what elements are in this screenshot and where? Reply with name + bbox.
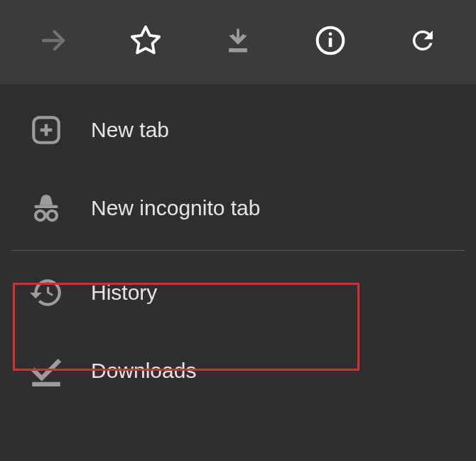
svg-rect-3: [237, 29, 239, 41]
svg-rect-6: [229, 48, 247, 53]
download-button[interactable]: [221, 25, 255, 59]
downloads-check-icon: [28, 353, 64, 389]
star-icon: [129, 24, 162, 60]
toolbar: [0, 0, 476, 84]
svg-point-9: [329, 32, 332, 36]
info-button[interactable]: [313, 25, 347, 59]
forward-arrow-icon: [38, 26, 68, 58]
reload-icon: [408, 26, 438, 58]
menu-item-history[interactable]: History: [0, 254, 476, 332]
download-icon: [222, 25, 254, 59]
svg-rect-13: [34, 205, 58, 208]
forward-button[interactable]: [36, 25, 70, 59]
menu-label-new-incognito-tab: New incognito tab: [91, 196, 260, 220]
menu-list: New tab New incognito tab History: [0, 84, 476, 410]
menu-item-downloads[interactable]: Downloads: [0, 332, 476, 410]
menu-item-new-incognito-tab[interactable]: New incognito tab: [0, 169, 476, 247]
svg-point-14: [36, 211, 45, 220]
bookmark-button[interactable]: [129, 25, 163, 59]
new-tab-icon: [28, 112, 64, 148]
reload-button[interactable]: [406, 25, 440, 59]
menu-item-new-tab[interactable]: New tab: [0, 91, 476, 169]
incognito-icon: [28, 190, 64, 226]
info-icon: [315, 25, 346, 59]
svg-point-15: [48, 211, 57, 220]
svg-marker-1: [132, 27, 159, 53]
menu-divider: [11, 250, 465, 251]
menu-label-downloads: Downloads: [91, 359, 196, 383]
history-icon: [28, 275, 64, 310]
menu-label-history: History: [91, 281, 157, 305]
menu-label-new-tab: New tab: [91, 118, 169, 142]
